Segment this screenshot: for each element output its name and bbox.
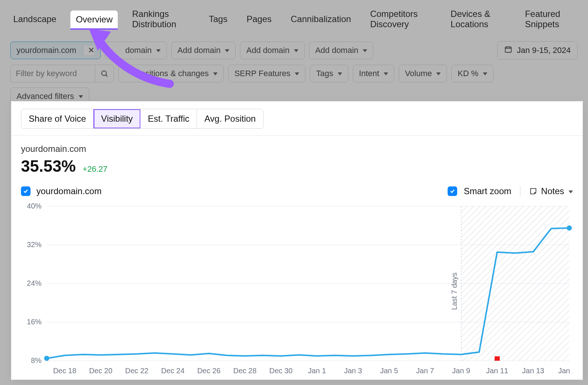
svg-text:Jan 15: Jan 15 [558, 367, 573, 375]
svg-rect-13 [461, 206, 569, 361]
chevron-down-icon [212, 69, 218, 78]
positions-changes-filter[interactable]: positions & changes [118, 65, 224, 82]
tab-cannibalization[interactable]: Cannibalization [286, 10, 356, 29]
legend-row: yourdomain.com Smart zoom Notes [21, 186, 573, 197]
metric-tabs: Share of Voice Visibility Est. Traffic A… [21, 109, 263, 129]
tags-label: Tags [316, 69, 333, 78]
chevron-down-icon [78, 92, 83, 101]
tab-share-of-voice[interactable]: Share of Voice [21, 109, 94, 128]
serp-features-filter[interactable]: SERP Features [228, 65, 305, 82]
legend-checkbox[interactable] [21, 186, 31, 196]
tab-avg-position[interactable]: Avg. Position [197, 109, 263, 128]
svg-text:Last 7 days: Last 7 days [450, 272, 458, 310]
tab-rankings-distribution[interactable]: Rankings Distribution [127, 5, 195, 35]
search-icon [100, 69, 108, 78]
chevron-down-icon [568, 186, 573, 196]
svg-text:Jan 5: Jan 5 [380, 367, 398, 375]
legend-series-label: yourdomain.com [36, 186, 101, 196]
chevron-down-icon [482, 69, 487, 78]
svg-text:32%: 32% [27, 240, 42, 249]
visibility-chart: 40%32%24%16%8%Last 7 daysDec 18Dec 20Dec… [21, 203, 573, 378]
svg-text:Dec 20: Dec 20 [89, 367, 112, 375]
kd-filter[interactable]: KD % [451, 65, 493, 82]
svg-text:Dec 22: Dec 22 [125, 367, 148, 375]
calendar-icon [504, 45, 512, 56]
smart-zoom-label: Smart zoom [464, 186, 511, 196]
svg-point-1 [102, 71, 107, 76]
svg-point-16 [44, 356, 49, 361]
svg-text:24%: 24% [27, 279, 42, 287]
svg-text:8%: 8% [31, 356, 42, 364]
domain-chip[interactable]: yourdomain.com ✕ [10, 42, 101, 59]
add-domain-button-3[interactable]: Add domain [240, 42, 304, 59]
add-domain-button-2[interactable]: Add domain [171, 42, 236, 59]
add-domain-label: Add domain [178, 46, 220, 55]
chevron-down-icon [337, 69, 342, 78]
svg-text:Dec 28: Dec 28 [233, 367, 257, 375]
stat-delta: +26.27 [83, 164, 108, 174]
top-nav: Landscape Overview Rankings Distribution… [0, 0, 588, 35]
domain-chip-label: yourdomain.com [17, 46, 76, 55]
chevron-down-icon [362, 46, 367, 55]
tab-devices-locations[interactable]: Devices & Locations [445, 5, 511, 35]
add-domain-label: Add domain [246, 46, 289, 55]
kd-label: KD % [458, 69, 478, 78]
svg-text:40%: 40% [27, 203, 42, 210]
note-icon [529, 187, 537, 195]
svg-text:Dec 18: Dec 18 [53, 367, 76, 375]
svg-text:16%: 16% [27, 318, 42, 326]
intent-label: Intent [359, 69, 379, 78]
svg-text:Jan 13: Jan 13 [522, 367, 544, 375]
filter-keyword-input[interactable] [10, 65, 95, 82]
svg-text:Dec 24: Dec 24 [161, 367, 184, 375]
close-icon[interactable]: ✕ [83, 46, 94, 55]
search-button[interactable] [95, 65, 114, 82]
chevron-down-icon [294, 69, 299, 78]
svg-text:Jan 9: Jan 9 [452, 367, 470, 375]
tab-tags[interactable]: Tags [204, 10, 233, 29]
positions-changes-label: positions & changes [136, 69, 209, 78]
volume-filter[interactable]: Volume [399, 65, 447, 82]
svg-point-17 [567, 225, 572, 231]
add-domain-label: Add domain [315, 46, 358, 55]
divider [11, 135, 582, 136]
date-range-label: Jan 9-15, 2024 [517, 46, 571, 55]
smart-zoom-checkbox[interactable] [448, 186, 457, 196]
notes-label: Notes [541, 186, 564, 196]
advanced-filters-label: Advanced filters [17, 92, 74, 101]
svg-text:Jan 1: Jan 1 [308, 367, 326, 375]
intent-filter[interactable]: Intent [353, 65, 394, 82]
visibility-card: Share of Voice Visibility Est. Traffic A… [11, 101, 583, 380]
chevron-down-icon [224, 46, 229, 55]
tab-featured-snippets[interactable]: Featured Snippets [520, 5, 580, 35]
svg-rect-0 [505, 47, 512, 53]
notes-button[interactable]: Notes [529, 186, 573, 196]
add-domain-button-4[interactable]: Add domain [309, 42, 373, 59]
tab-overview[interactable]: Overview [70, 10, 118, 30]
svg-text:Dec 30: Dec 30 [269, 367, 293, 375]
svg-text:Jan 7: Jan 7 [416, 367, 434, 375]
tab-est-traffic[interactable]: Est. Traffic [140, 109, 197, 128]
svg-text:Jan 3: Jan 3 [344, 367, 362, 375]
stat-value: 35.53% [21, 157, 76, 175]
svg-text:Dec 26: Dec 26 [197, 367, 220, 375]
svg-rect-18 [495, 356, 500, 361]
volume-label: Volume [405, 69, 432, 78]
svg-text:Jan 11: Jan 11 [486, 367, 508, 375]
tab-landscape[interactable]: Landscape [8, 10, 61, 29]
chevron-down-icon [155, 46, 161, 55]
stat-block: yourdomain.com 35.53% +26.27 [17, 144, 577, 175]
tab-visibility[interactable]: Visibility [94, 109, 140, 128]
chevron-down-icon [293, 46, 298, 55]
serp-features-label: SERP Features [234, 69, 290, 78]
tab-competitors-discovery[interactable]: Competitors Discovery [365, 5, 437, 35]
tags-filter[interactable]: Tags [310, 65, 348, 82]
tab-pages[interactable]: Pages [241, 10, 277, 29]
stat-domain-label: yourdomain.com [21, 144, 577, 154]
chevron-down-icon [383, 69, 388, 78]
date-range-picker[interactable]: Jan 9-15, 2024 [497, 41, 578, 60]
chevron-down-icon [435, 69, 441, 78]
add-domain-button-1[interactable]: domain [105, 42, 167, 59]
divider [520, 186, 520, 197]
add-domain-label: domain [125, 46, 152, 55]
